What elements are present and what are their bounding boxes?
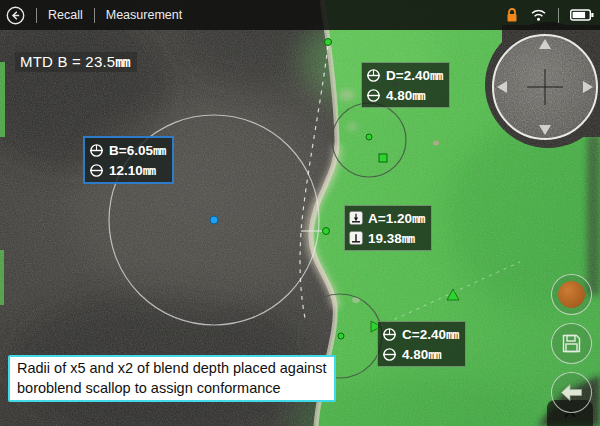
measurement-value: 19.38mm — [368, 231, 414, 246]
measurement-label-d[interactable]: D=2.40mm 4.80mm — [361, 62, 450, 108]
radius-circle-icon — [366, 68, 381, 83]
measurement-value: A=1.20mm — [368, 211, 424, 226]
top-bar: Recall Measurement — [0, 0, 600, 30]
back-arrow-icon[interactable] — [6, 6, 25, 25]
menu-item-measurement[interactable]: Measurement — [106, 8, 182, 22]
measurement-value: B=6.05mm — [109, 143, 165, 158]
wifi-icon — [530, 8, 547, 22]
back-button[interactable] — [551, 372, 592, 413]
menu-item-recall[interactable]: Recall — [48, 8, 83, 22]
annotation-line: boroblend scallop to assign conformance — [17, 378, 327, 398]
cursor-center-b[interactable] — [210, 216, 218, 224]
measurement-value: 4.80mm — [386, 88, 425, 103]
measurement-value: 4.80mm — [402, 347, 441, 362]
depth-arrow-icon — [349, 211, 363, 225]
measurement-row: 12.10mm — [89, 160, 165, 180]
mtd-text: MTD B = 23.5 — [20, 53, 115, 70]
measurement-row: 4.80mm — [382, 344, 458, 364]
cursor-depth-point-a[interactable] — [323, 228, 330, 235]
measurement-value: C=2.40mm — [402, 327, 458, 342]
divider — [94, 8, 95, 23]
depth-perp-icon — [349, 231, 363, 245]
save-button[interactable] — [551, 323, 592, 364]
annotation-line: Radii of x5 and x2 of blend depth placed… — [17, 358, 327, 378]
cursor-center-c[interactable] — [338, 333, 344, 339]
borescope-measurement-screen: Recall Measurement MTD — [0, 0, 600, 426]
capture-button[interactable] — [551, 274, 592, 315]
measurement-label-c[interactable]: C=2.40mm 4.80mm — [377, 321, 466, 367]
save-floppy-icon — [560, 332, 583, 355]
diameter-circle-icon — [366, 88, 381, 103]
measurement-value: 12.10mm — [109, 163, 155, 178]
measurement-row: D=2.40mm — [366, 65, 442, 85]
measurement-row: 4.80mm — [366, 85, 442, 105]
divider — [36, 8, 37, 23]
cursor-edge-top[interactable] — [325, 39, 332, 46]
cursor-center-d[interactable] — [366, 134, 372, 140]
cursor-handle-d[interactable] — [379, 154, 387, 162]
mtd-readout: MTD B = 23.5mm — [15, 52, 137, 72]
measurement-row: B=6.05mm — [89, 140, 165, 160]
measurement-value: D=2.40mm — [386, 68, 442, 83]
record-circle-icon — [558, 281, 585, 308]
measurement-label-a[interactable]: A=1.20mm 19.38mm — [344, 205, 432, 251]
divider — [558, 8, 559, 23]
back-arrow-icon — [559, 382, 584, 403]
radius-circle-icon — [382, 327, 397, 342]
annotation-note[interactable]: Radii of x5 and x2 of blend depth placed… — [8, 355, 336, 402]
diameter-circle-icon — [382, 347, 397, 362]
zoom-inset-window — [492, 34, 598, 140]
measurement-row: C=2.40mm — [382, 324, 458, 344]
lock-icon — [505, 7, 519, 23]
radius-circle-icon — [89, 143, 104, 158]
measurement-row: 19.38mm — [349, 228, 424, 248]
diameter-circle-icon — [89, 163, 104, 178]
battery-icon — [570, 8, 594, 22]
measurement-row: A=1.20mm — [349, 208, 424, 228]
mtd-unit: mm — [115, 54, 129, 70]
measurement-label-b[interactable]: B=6.05mm 12.10mm — [83, 136, 174, 184]
